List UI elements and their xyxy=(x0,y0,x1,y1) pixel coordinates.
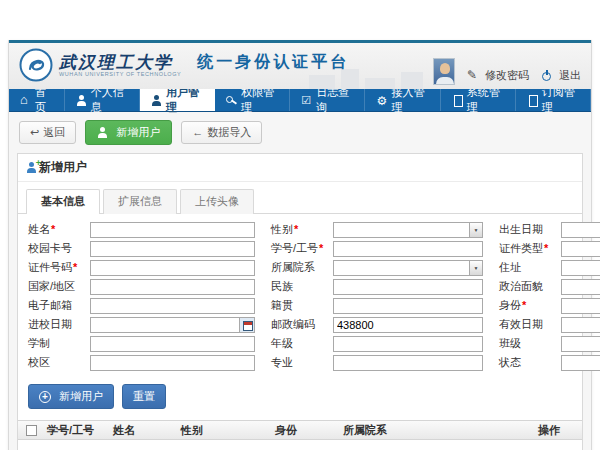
class-label: 班级 xyxy=(499,336,561,351)
campus-card-number-input[interactable] xyxy=(90,241,255,257)
calendar-icon[interactable] xyxy=(239,317,255,333)
power-icon xyxy=(541,70,552,81)
form-field-enroll-date: 进校日期 xyxy=(28,316,255,333)
birth-date-input[interactable] xyxy=(561,222,600,238)
nav-item-system-management[interactable]: 系统管理 xyxy=(441,89,516,111)
address-input[interactable] xyxy=(561,260,600,276)
required-marker: * xyxy=(73,261,77,273)
form-field-birth-date: 出生日期 xyxy=(499,221,600,238)
enroll-date-input[interactable] xyxy=(90,317,239,333)
pencil-icon xyxy=(467,70,478,81)
nav-item-label: 日志查询 xyxy=(316,85,353,115)
platform-title: 统一身份认证平台 xyxy=(197,52,349,79)
identity-label: 身份* xyxy=(499,298,561,313)
ethnicity-input[interactable] xyxy=(333,279,483,295)
study-length-label: 学制 xyxy=(28,336,90,351)
tab-extended-info[interactable]: 扩展信息 xyxy=(103,189,177,214)
form-tabs: 基本信息扩展信息上传头像 xyxy=(18,182,582,214)
select-all-checkbox[interactable] xyxy=(26,425,37,436)
nav-item-label: 个人信息 xyxy=(91,85,128,115)
university-name-en: WUHAN UNIVERSITY OF TECHNOLOGY xyxy=(59,71,181,77)
back-button-label: 返回 xyxy=(43,125,65,140)
nav-item-subscription-management[interactable]: 订阅管理 xyxy=(516,89,591,111)
add-user-toolbar-button[interactable]: 新增用户 xyxy=(85,120,172,145)
form-field-email: 电子邮箱 xyxy=(28,297,255,314)
plus-circle-icon xyxy=(39,391,51,403)
import-arrow-icon: ← xyxy=(192,127,203,138)
column-header-identity: 身份 xyxy=(275,423,343,438)
form-field-major: 专业 xyxy=(271,354,483,371)
study-length-input[interactable] xyxy=(90,336,255,352)
change-password-label: 修改密码 xyxy=(485,68,529,83)
form-field-postal-code: 邮政编码 xyxy=(271,316,483,333)
nav-item-home[interactable]: 首页 xyxy=(9,89,65,111)
form-field-study-length: 学制 xyxy=(28,335,255,352)
new-user-form: 姓名*性别*▼出生日期校园卡号学号/工号*证件类型*证件号码*所属院系▼住址国家… xyxy=(18,214,582,377)
native-place-input[interactable] xyxy=(333,298,483,314)
form-field-valid-date: 有效日期 xyxy=(499,316,600,333)
campus-input[interactable] xyxy=(90,355,255,371)
content-area: ↩ 返回 新增用户 ← 数据导入 + 新增用户 基本信息扩展信息上传头像 姓名*… xyxy=(9,112,591,450)
department-select[interactable]: ▼ xyxy=(333,260,483,276)
id-type-input[interactable] xyxy=(561,241,600,257)
column-header-department: 所属院系 xyxy=(343,423,538,438)
nav-item-access-management[interactable]: 接入管理 xyxy=(365,89,440,111)
country-region-label: 国家/地区 xyxy=(28,279,90,294)
valid-date-label: 有效日期 xyxy=(499,317,561,332)
email-input[interactable] xyxy=(90,298,255,314)
dropdown-arrow-icon[interactable]: ▼ xyxy=(469,261,482,275)
add-user-toolbar-label: 新增用户 xyxy=(116,125,160,140)
plus-badge: + xyxy=(36,158,41,168)
postal-code-input[interactable] xyxy=(333,317,483,333)
nav-item-label: 首页 xyxy=(35,85,53,115)
check-icon xyxy=(301,95,312,106)
section-title-bar: + 新增用户 xyxy=(18,154,582,182)
user-avatar[interactable] xyxy=(433,58,455,85)
person-icon xyxy=(151,95,162,106)
toolbar: ↩ 返回 新增用户 ← 数据导入 xyxy=(17,120,583,153)
id-number-input[interactable] xyxy=(90,260,255,276)
tab-basic-info[interactable]: 基本信息 xyxy=(26,189,100,214)
grade-input[interactable] xyxy=(333,336,483,352)
brand: 武汉理工大学 WUHAN UNIVERSITY OF TECHNOLOGY 统一… xyxy=(19,48,349,82)
form-field-grade: 年级 xyxy=(271,335,483,352)
campus-card-number-label: 校园卡号 xyxy=(28,241,90,256)
logout-link[interactable]: 退出 xyxy=(541,68,581,83)
data-import-label: 数据导入 xyxy=(207,125,251,140)
gender-label: 性别* xyxy=(271,222,333,237)
student-id-input[interactable] xyxy=(333,241,483,257)
section-title: 新增用户 xyxy=(39,159,87,176)
required-marker: * xyxy=(522,299,526,311)
status-label: 状态 xyxy=(499,355,561,370)
identity-input[interactable] xyxy=(561,298,600,314)
gender-select[interactable]: ▼ xyxy=(333,222,483,238)
valid-date-input[interactable] xyxy=(561,317,600,333)
key-icon xyxy=(226,95,237,106)
form-field-address: 住址 xyxy=(499,259,600,276)
back-button[interactable]: ↩ 返回 xyxy=(19,121,76,144)
status-input[interactable] xyxy=(561,355,600,371)
form-field-country-region: 国家/地区 xyxy=(28,278,255,295)
nav-item-log-query[interactable]: 日志查询 xyxy=(290,89,365,111)
tab-upload-avatar[interactable]: 上传头像 xyxy=(180,189,254,214)
nav-item-profile[interactable]: 个人信息 xyxy=(65,89,140,111)
reset-button[interactable]: 重置 xyxy=(122,384,166,409)
doc-icon xyxy=(527,95,538,106)
name-input[interactable] xyxy=(90,222,255,238)
university-logo-icon xyxy=(19,48,53,82)
political-status-input[interactable] xyxy=(561,279,600,295)
political-status-label: 政治面貌 xyxy=(499,279,561,294)
data-import-button[interactable]: ← 数据导入 xyxy=(181,121,262,144)
submit-add-user-button[interactable]: 新增用户 xyxy=(28,384,114,409)
country-region-input[interactable] xyxy=(90,279,255,295)
major-input[interactable] xyxy=(333,355,483,371)
form-field-ethnicity: 民族 xyxy=(271,278,483,295)
nav-item-user-management[interactable]: 用户管理 xyxy=(140,89,215,111)
main-nav: 首页个人信息用户管理权限管理日志查询接入管理系统管理订阅管理 xyxy=(9,89,591,112)
change-password-link[interactable]: 修改密码 xyxy=(467,68,529,83)
user-table-body xyxy=(18,440,582,450)
dropdown-arrow-icon[interactable]: ▼ xyxy=(469,223,482,237)
class-input[interactable] xyxy=(561,336,600,352)
nav-item-permission-management[interactable]: 权限管理 xyxy=(215,89,290,111)
gear-icon xyxy=(376,95,387,106)
